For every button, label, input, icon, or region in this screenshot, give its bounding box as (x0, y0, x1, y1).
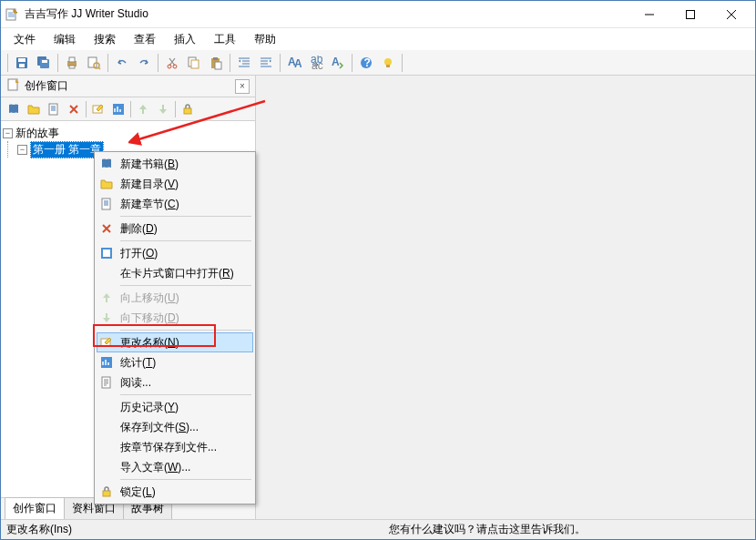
save-icon[interactable] (11, 52, 33, 74)
svg-rect-9 (69, 57, 75, 62)
ctx-label: 新建书籍(B) (120, 157, 248, 172)
stats-icon[interactable] (108, 99, 128, 119)
blank-icon (98, 459, 115, 475)
bulb-icon[interactable] (377, 52, 399, 74)
ctx-lock[interactable]: 锁定(L) (97, 482, 253, 502)
tab-create[interactable]: 创作窗口 (5, 497, 65, 519)
print-preview-icon[interactable] (83, 52, 105, 74)
lock-icon[interactable] (178, 99, 198, 119)
copy-icon[interactable] (183, 52, 205, 74)
status-bar: 更改名称(Ins) 您有什么建议吗？请点击这里告诉我们。 (1, 519, 755, 539)
svg-rect-36 (103, 250, 110, 257)
delete-icon[interactable] (64, 99, 84, 119)
panel-header: 创作窗口 × (1, 76, 255, 97)
book-icon (98, 156, 115, 172)
panel-toolbar (1, 97, 255, 121)
rename-icon (98, 334, 115, 351)
close-button[interactable] (710, 1, 751, 27)
ctx-rename[interactable]: 更改名称(N) (97, 332, 253, 352)
minimize-button[interactable] (628, 1, 669, 27)
menu-search[interactable]: 搜索 (85, 29, 125, 50)
editor-area (256, 76, 755, 519)
indent-right-icon[interactable] (255, 52, 277, 74)
redo-icon[interactable] (133, 52, 155, 74)
status-left: 更改名称(Ins) (6, 522, 389, 537)
window-title: 吉吉写作 JJ Writer Studio (25, 6, 628, 22)
ctx-open-card[interactable]: 在卡片式窗口中打开(R) (97, 263, 253, 283)
svg-rect-30 (49, 104, 57, 115)
svg-rect-18 (213, 57, 218, 60)
indent-left-icon[interactable] (233, 52, 255, 74)
maximize-button[interactable] (669, 1, 710, 27)
folder-icon (98, 176, 115, 192)
menu-view[interactable]: 查看 (125, 29, 165, 50)
help-icon[interactable]: ? (355, 52, 377, 74)
undo-icon[interactable] (111, 52, 133, 74)
arrow-up-icon[interactable] (133, 99, 153, 119)
replace-icon[interactable]: abac (305, 52, 327, 74)
ctx-read[interactable]: 阅读... (97, 372, 253, 392)
panel-icon (6, 77, 21, 95)
book-icon[interactable] (4, 99, 24, 119)
find-icon[interactable]: AA (283, 52, 305, 74)
ctx-stats[interactable]: 统计(T) (97, 352, 253, 372)
ctx-open[interactable]: 打开(O) (97, 243, 253, 263)
arrow-down-icon[interactable] (153, 99, 173, 119)
panel-title: 创作窗口 (25, 78, 231, 94)
title-bar: 吉吉写作 JJ Writer Studio (1, 1, 755, 28)
ctx-new-book[interactable]: 新建书籍(B) (97, 154, 253, 174)
ctx-import[interactable]: 导入文章(W)... (97, 457, 253, 477)
ctx-save-file[interactable]: 保存到文件(S)... (97, 417, 253, 437)
blank-icon (98, 439, 115, 455)
app-icon (5, 7, 19, 22)
menu-edit[interactable]: 编辑 (45, 29, 85, 50)
arrow-up-icon (98, 290, 115, 306)
svg-text:?: ? (364, 56, 371, 69)
ctx-label: 向上移动(U) (120, 290, 248, 306)
find-next-icon[interactable]: A (327, 52, 349, 74)
menu-bar: 文件 编辑 搜索 查看 插入 工具 帮助 (1, 28, 755, 50)
rename-icon[interactable] (88, 99, 108, 119)
delete-icon (98, 220, 115, 237)
ctx-label: 新建章节(C) (120, 197, 248, 212)
folder-icon[interactable] (24, 99, 44, 119)
menu-insert[interactable]: 插入 (165, 29, 205, 50)
svg-rect-4 (19, 64, 25, 67)
ctx-history[interactable]: 历史记录(Y) (97, 397, 253, 417)
svg-rect-3 (18, 58, 26, 62)
stats-icon (98, 354, 115, 371)
save-all-icon[interactable] (33, 52, 55, 74)
cut-icon[interactable] (161, 52, 183, 74)
svg-text:A: A (294, 57, 301, 70)
svg-rect-19 (215, 62, 221, 69)
page-icon[interactable] (44, 99, 64, 119)
paste-icon[interactable] (205, 52, 227, 74)
doc-icon (98, 374, 115, 391)
ctx-new-dir[interactable]: 新建目录(V) (97, 174, 253, 194)
ctx-label: 历史记录(Y) (120, 400, 248, 415)
main-toolbar: AA abac A ? (1, 50, 755, 76)
expander-icon[interactable]: − (17, 145, 27, 155)
panel-close-icon[interactable]: × (235, 79, 250, 94)
page-icon (98, 196, 115, 212)
ctx-label: 新建目录(V) (120, 177, 248, 192)
arrow-down-icon (98, 310, 115, 326)
ctx-label: 打开(O) (120, 246, 248, 261)
ctx-label: 阅读... (120, 375, 248, 391)
svg-rect-33 (184, 108, 191, 114)
svg-rect-1 (686, 10, 694, 18)
tree-root[interactable]: − 新的故事 (3, 125, 253, 141)
blank-icon (98, 399, 115, 415)
print-icon[interactable] (61, 52, 83, 74)
ctx-delete[interactable]: 删除(D) (97, 219, 253, 239)
menu-tools[interactable]: 工具 (205, 29, 245, 50)
ctx-new-chapter[interactable]: 新建章节(C) (97, 194, 253, 214)
ctx-label: 删除(D) (120, 221, 248, 237)
ctx-save-chapter[interactable]: 按章节保存到文件... (97, 437, 253, 457)
menu-file[interactable]: 文件 (5, 29, 45, 50)
ctx-label: 更改名称(N) (120, 335, 248, 351)
menu-help[interactable]: 帮助 (245, 29, 285, 50)
status-suggestion-link[interactable]: 您有什么建议吗？请点击这里告诉我们。 (389, 522, 750, 537)
svg-text:ac: ac (312, 59, 323, 70)
expander-icon[interactable]: − (3, 128, 13, 138)
